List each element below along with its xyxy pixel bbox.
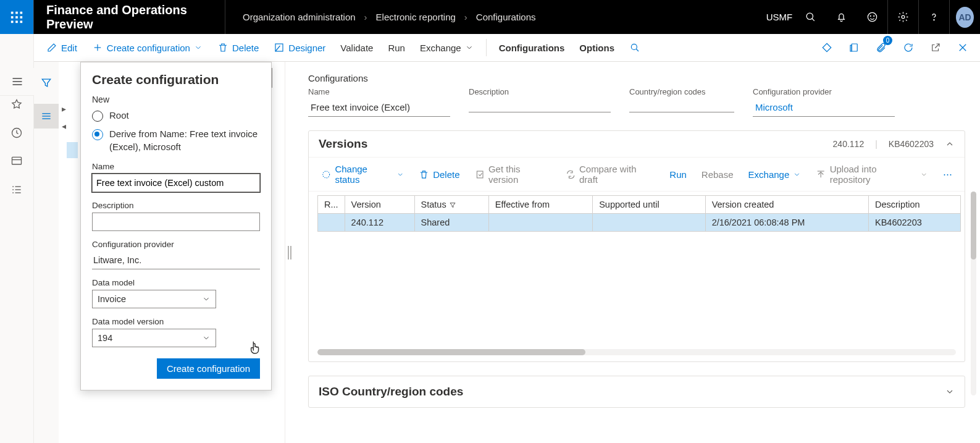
tree-caret-icon[interactable]: ◂ bbox=[62, 121, 66, 131]
radio-root-row[interactable]: Root bbox=[92, 109, 260, 122]
horizontal-scrollbar[interactable] bbox=[317, 349, 956, 355]
col-description[interactable]: Description bbox=[868, 196, 960, 214]
chevron-down-icon bbox=[920, 171, 928, 179]
chevron-down-icon bbox=[465, 43, 474, 52]
filter-list-button[interactable] bbox=[34, 104, 59, 129]
detail-country-label: Country/region codes bbox=[629, 87, 734, 96]
popout-button[interactable] bbox=[924, 36, 947, 59]
col-created[interactable]: Version created bbox=[705, 196, 868, 214]
bc-configurations[interactable]: Configurations bbox=[476, 12, 536, 22]
notifications-button[interactable] bbox=[826, 0, 856, 34]
tree-caret-icon[interactable]: ▸ bbox=[62, 104, 66, 114]
description-label: Description bbox=[92, 201, 260, 210]
chevron-up-icon[interactable] bbox=[945, 139, 955, 149]
svg-rect-7 bbox=[15, 20, 18, 23]
nav-workspaces[interactable] bbox=[0, 147, 34, 175]
versions-summary-kb: KB4602203 bbox=[889, 139, 934, 149]
svg-rect-34 bbox=[850, 45, 852, 51]
panel-title: Create configuration bbox=[92, 72, 260, 87]
iso-card[interactable]: ISO Country/region codes bbox=[308, 376, 965, 408]
splitter-handle[interactable] bbox=[285, 62, 293, 443]
chevron-down-icon bbox=[945, 387, 955, 397]
name-input[interactable] bbox=[92, 174, 260, 192]
svg-point-42 bbox=[323, 171, 330, 178]
radio-root[interactable] bbox=[92, 111, 103, 122]
run-button[interactable]: Run bbox=[382, 34, 411, 61]
user-menu[interactable]: AD bbox=[949, 0, 980, 34]
chevron-down-icon bbox=[194, 43, 203, 52]
radio-derive-row[interactable]: Derive from Name: Free text invoice (Exc… bbox=[92, 128, 260, 153]
delete-button[interactable]: Delete bbox=[211, 34, 265, 61]
feedback-button[interactable] bbox=[856, 0, 887, 34]
data-model-select[interactable]: Invoice bbox=[92, 290, 216, 308]
col-version[interactable]: Version bbox=[345, 196, 414, 214]
settings-button[interactable] bbox=[887, 0, 918, 34]
page-title: Configurations bbox=[308, 73, 965, 83]
detail-description-value[interactable] bbox=[469, 99, 611, 112]
detail-name-value[interactable]: Free text invoice (Excel) bbox=[308, 99, 450, 117]
detail-provider-value[interactable]: Microsoft bbox=[753, 99, 895, 117]
edit-button[interactable]: Edit bbox=[40, 34, 83, 61]
bc-electronic-reporting[interactable]: Electronic reporting bbox=[376, 12, 456, 22]
svg-rect-5 bbox=[20, 16, 23, 19]
nav-recent[interactable] bbox=[0, 119, 34, 147]
svg-point-9 bbox=[806, 13, 813, 19]
col-supported[interactable]: Supported until bbox=[593, 196, 705, 214]
versions-title: Versions bbox=[319, 137, 367, 151]
options-tab[interactable]: Options bbox=[573, 34, 621, 61]
detail-country-value[interactable] bbox=[629, 99, 734, 112]
attach-button[interactable]: 0 bbox=[870, 36, 892, 59]
description-input[interactable] bbox=[92, 213, 260, 231]
tree-column: ▸ ◂ bbox=[59, 62, 75, 443]
svg-point-13 bbox=[873, 15, 874, 16]
col-effective[interactable]: Effective from bbox=[488, 196, 592, 214]
search-button[interactable] bbox=[795, 0, 826, 34]
refresh-button[interactable] bbox=[897, 36, 919, 59]
detail-name-label: Name bbox=[308, 87, 450, 96]
app-title: Finance and Operations Preview bbox=[34, 0, 225, 34]
col-r[interactable]: R... bbox=[318, 196, 345, 214]
table-row[interactable]: 240.112 Shared 2/16/2021 06:08:48 PM KB4… bbox=[318, 214, 961, 232]
radio-derive[interactable] bbox=[92, 129, 103, 140]
designer-button[interactable]: Designer bbox=[267, 34, 332, 61]
detail-description-label: Description bbox=[469, 87, 611, 96]
create-configuration-panel: Create configuration New Root Derive fro… bbox=[80, 62, 272, 390]
create-configuration-button[interactable]: Create configuration bbox=[86, 34, 209, 61]
page-search-button[interactable] bbox=[623, 34, 647, 61]
iso-title: ISO Country/region codes bbox=[319, 385, 463, 399]
configurations-tab[interactable]: Configurations bbox=[493, 34, 571, 61]
nav-toggle[interactable] bbox=[0, 68, 34, 96]
vertical-scrollbar[interactable] bbox=[971, 192, 976, 395]
get-this-version-button[interactable]: Get this version bbox=[469, 161, 557, 187]
detail-pane: Configurations Name Free text invoice (E… bbox=[293, 62, 980, 443]
bc-org-admin[interactable]: Organization administration bbox=[243, 12, 356, 22]
upload-repo-button[interactable]: Upload into repository bbox=[810, 161, 934, 187]
data-model-version-select[interactable]: 194 bbox=[92, 329, 216, 347]
clipboard-button[interactable] bbox=[843, 36, 865, 59]
change-status-button[interactable]: Change status bbox=[315, 161, 410, 187]
version-exchange-button[interactable]: Exchange bbox=[742, 167, 808, 182]
col-status[interactable]: Status bbox=[414, 196, 488, 214]
company-picker[interactable]: USMF bbox=[764, 0, 795, 34]
version-run-button[interactable]: Run bbox=[663, 167, 693, 182]
delete-label: Delete bbox=[232, 43, 259, 53]
filter-funnel-button[interactable] bbox=[34, 70, 59, 95]
help-button[interactable] bbox=[918, 0, 949, 34]
svg-rect-4 bbox=[15, 16, 18, 19]
edit-label: Edit bbox=[61, 43, 77, 53]
more-button[interactable]: ⋯ bbox=[937, 166, 958, 182]
nav-modules[interactable] bbox=[0, 175, 34, 204]
rebase-button[interactable]: Rebase bbox=[695, 167, 740, 182]
svg-rect-3 bbox=[11, 16, 14, 19]
waffle-menu[interactable] bbox=[0, 0, 34, 34]
compare-with-draft-button[interactable]: Compare with draft bbox=[559, 161, 661, 187]
version-delete-button[interactable]: Delete bbox=[413, 167, 466, 182]
diamond-button[interactable] bbox=[816, 36, 838, 59]
exchange-button[interactable]: Exchange bbox=[414, 34, 480, 61]
left-rail bbox=[0, 34, 34, 443]
close-button[interactable] bbox=[952, 36, 974, 59]
create-configuration-submit[interactable]: Create configuration bbox=[157, 358, 260, 379]
validate-button[interactable]: Validate bbox=[334, 34, 379, 61]
svg-point-12 bbox=[870, 15, 871, 16]
svg-point-31 bbox=[631, 44, 637, 49]
